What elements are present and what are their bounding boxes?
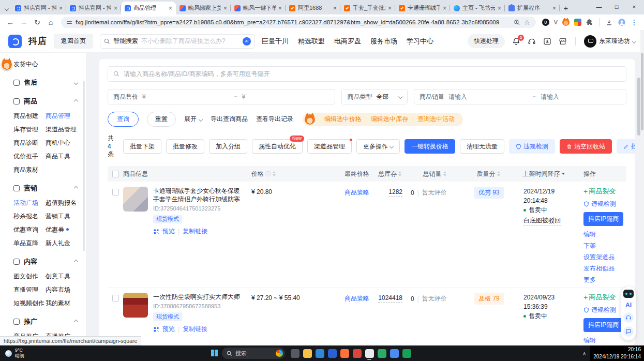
convert-price-button[interactable]: 一键转换价格 <box>405 139 455 154</box>
sort-icon[interactable] <box>273 171 276 176</box>
sidebar-item[interactable]: 优惠券 <box>46 225 86 234</box>
preview-link[interactable]: 预览 <box>162 325 175 334</box>
strategy-link[interactable]: 商品策略 <box>345 189 369 196</box>
operation-link[interactable]: 编辑 <box>583 230 626 239</box>
sidebar-scrollbar[interactable] <box>83 81 85 251</box>
headset-icon[interactable] <box>623 312 634 323</box>
sidebar-item[interactable]: 单品直降 <box>13 239 46 248</box>
tab-close-icon[interactable]: × <box>59 5 63 12</box>
sidebar-item[interactable]: 库存管理 <box>13 125 46 134</box>
sidebar-group-header[interactable]: 推广 <box>0 316 86 327</box>
row-checkbox[interactable] <box>112 295 119 302</box>
forward-icon[interactable]: → <box>18 16 30 28</box>
download-app-icon[interactable] <box>543 37 551 46</box>
auto-optimize-button[interactable]: 属性自动优化New <box>252 139 303 154</box>
product-fission-link[interactable]: +商品裂变 <box>583 187 626 196</box>
product-type-filter[interactable]: 商品类型 全部 <box>341 89 408 104</box>
chevron-down-icon[interactable] <box>74 81 78 85</box>
select-all-checkbox[interactable] <box>112 171 119 177</box>
header-nav-item[interactable]: 学习中心 <box>407 37 433 46</box>
sidebar-item[interactable]: 渠道品管理 <box>46 125 86 134</box>
sidebar-item[interactable]: 超值购报名 <box>46 199 86 207</box>
ip-merchant-button[interactable]: 抖店IP隔商 <box>583 212 623 226</box>
sidebar-item-delivery-center[interactable]: 发货中心 <box>0 57 86 70</box>
tab-close-icon[interactable]: × <box>498 5 501 12</box>
operation-link[interactable]: 发布相似品 <box>583 264 626 273</box>
sidebar-item[interactable]: 我的素材 <box>46 299 86 308</box>
browser-tab[interactable]: 主页 - 飞书云文档× <box>450 2 505 14</box>
back-icon[interactable]: ← <box>4 16 17 28</box>
quality-badge[interactable]: 及格 79 <box>474 293 504 305</box>
store-icon[interactable] <box>559 37 567 46</box>
violation-check-button[interactable]: 违规检测 <box>509 139 555 154</box>
sidebar-item[interactable]: 优惠查询 <box>13 225 46 234</box>
preview-link[interactable]: 预览 <box>162 227 175 236</box>
chevron-up-icon[interactable] <box>74 186 78 190</box>
clock[interactable]: 20:16 2024/12/19 20:16:14 <box>590 345 644 361</box>
operation-link[interactable]: 设置渠道品 <box>583 253 626 262</box>
tab-close-icon[interactable]: × <box>278 5 282 12</box>
url-text[interactable]: fxg.jinritemai.com/ffa/g/list?btm_ppre=a… <box>76 19 510 25</box>
sales-min-input[interactable] <box>448 93 529 100</box>
browser-tab[interactable]: 抖店官网 - 抖音小× <box>11 2 66 14</box>
browser-tab[interactable]: 卡通珊瑚绒手套少× <box>395 2 450 14</box>
ip-merchant-button[interactable]: 抖店IP隔商 <box>583 318 623 332</box>
maximize-button[interactable]: □ <box>608 0 625 13</box>
more-actions-button[interactable]: 更多操作 <box>356 139 400 154</box>
product-search-input[interactable]: 请输入商品名称/商品ID/商家编码，多条可用逗号隔开 <box>108 66 626 82</box>
tab-close-icon[interactable]: × <box>388 5 392 12</box>
back-home-button[interactable]: 返回首页 <box>54 34 93 49</box>
chevron-up-icon[interactable] <box>74 260 78 264</box>
chevron-up-icon[interactable] <box>74 99 78 103</box>
header-nav-item[interactable]: 服务市场 <box>370 37 397 46</box>
ai-label[interactable]: AI <box>625 302 632 309</box>
sidebar-item[interactable]: 内容市场 <box>46 285 86 294</box>
batch-edit-products-button[interactable]: 批量编辑商品 <box>617 139 635 154</box>
query-button[interactable]: 查询 <box>108 112 139 127</box>
sidebar-item[interactable]: 商品素材 <box>13 166 46 174</box>
operation-link[interactable]: 编辑 <box>583 336 626 345</box>
product-fission-link[interactable]: +商品裂变 <box>583 293 626 302</box>
quality-badge[interactable]: 优秀 93 <box>474 187 504 199</box>
browser-tab[interactable]: 手套_手套批发_手× <box>340 2 395 14</box>
new-tab-button[interactable]: + <box>560 4 572 12</box>
batch-modify-button[interactable]: 批量修改 <box>166 139 204 154</box>
qr-code-icon[interactable] <box>153 229 159 235</box>
browser-tab[interactable]: 抖店官网 - 抖音小× <box>66 2 121 14</box>
stock-value[interactable]: 1282 <box>388 188 402 197</box>
fox-action-link[interactable]: 编辑选中库存 <box>371 115 408 124</box>
ai-badge-icon[interactable]: AI <box>243 37 251 46</box>
export-log-link[interactable]: 查看导出记录 <box>256 115 293 124</box>
minimize-button[interactable]: — <box>590 0 608 13</box>
taskbar-search[interactable]: 搜索 <box>222 348 285 359</box>
browser-tab[interactable]: 商品管理× <box>121 2 176 14</box>
violation-check-link[interactable]: 违规检测 <box>583 200 626 208</box>
tab-close-icon[interactable]: × <box>114 5 117 12</box>
sidebar-item[interactable]: 商品管理 <box>46 112 86 121</box>
taskbar-app-file-explorer[interactable] <box>301 346 313 360</box>
qr-code-icon[interactable] <box>153 326 159 333</box>
fox-action-link[interactable]: 编辑选中价格 <box>324 115 362 124</box>
chevron-up-icon[interactable] <box>74 320 78 324</box>
price-max-input[interactable] <box>249 93 330 100</box>
window-scrollbar[interactable] <box>640 30 644 345</box>
taskbar-app-firefox[interactable] <box>338 346 351 360</box>
sort-icon[interactable] <box>497 171 500 176</box>
profile-icon[interactable] <box>618 18 626 26</box>
violation-check-link[interactable]: 违规检测 <box>583 306 626 314</box>
extensions-puzzle-icon[interactable] <box>586 19 593 26</box>
reset-button[interactable]: 重置 <box>147 112 176 127</box>
sidebar-group-header[interactable]: 营销 <box>0 183 86 194</box>
site-info-icon[interactable] <box>67 21 72 24</box>
sidebar-item[interactable]: 营销工具 <box>46 212 86 221</box>
product-title[interactable]: 卡通珊瑚绒手套少女心秋冬保暖手套学生情侣户外骑行加绒防寒手套 <box>153 187 245 203</box>
taskbar-app-app-blue[interactable] <box>326 346 338 360</box>
translate-ext-icon[interactable] <box>574 19 581 26</box>
clean-traffic-button[interactable]: 清理无流量 <box>460 139 504 154</box>
sidebar-item[interactable]: 商品诊断 <box>13 139 46 147</box>
close-button[interactable]: × <box>625 0 643 13</box>
sidebar-item[interactable]: 创意工具 <box>46 272 86 281</box>
tab-close-icon[interactable]: × <box>552 5 556 12</box>
adblock-ext-icon[interactable]: 0 <box>542 19 549 26</box>
taskbar-app-wechat[interactable] <box>376 346 388 360</box>
